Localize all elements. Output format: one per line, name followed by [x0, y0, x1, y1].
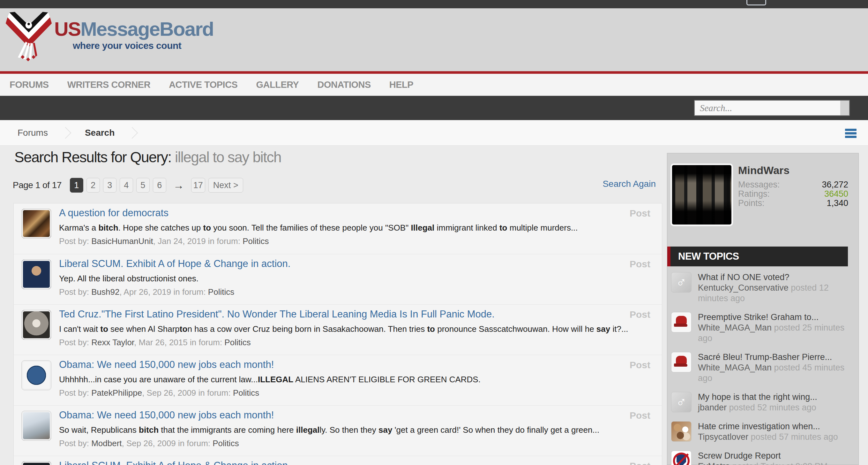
result-author: Modbert [91, 438, 122, 448]
post-by-label: Post by: [59, 287, 91, 297]
eagle-logo-icon[interactable] [4, 10, 53, 65]
page-button-2[interactable]: 2 [87, 178, 100, 193]
avatar-maga-hat-icon[interactable] [671, 352, 691, 372]
avatar-dogs-photo[interactable] [671, 421, 691, 442]
profile-name[interactable]: MindWars [738, 164, 789, 177]
stat-points: Points: 1,340 [738, 199, 848, 208]
result-title-link[interactable]: Ted Cruz."The First Latino President". N… [59, 309, 646, 320]
page-button-5[interactable]: 5 [136, 178, 150, 193]
result-title-link[interactable]: A question for democrats [59, 207, 646, 219]
topic-title-link[interactable]: What if NO ONE voted? [698, 272, 856, 283]
ellipsis-arrow-icon: → [173, 179, 184, 192]
breadcrumb-bar: Forums Search [0, 120, 868, 146]
search-result-row: Obama: We need 150,000 new jobs each mon… [14, 405, 662, 456]
topic-item: Hate crime investigation when... Tipsyca… [671, 421, 856, 442]
search-result-row: Liberal SCUM. Exhibit A of Hope & Change… [14, 254, 662, 304]
topic-time: posted 57 minutes ago [751, 432, 838, 442]
search-input[interactable] [695, 100, 840, 115]
topic-item: Screw Drudge Report EvMetro posted Today… [671, 451, 856, 465]
page-button-17[interactable]: 17 [191, 178, 205, 193]
nav-item-active-topics[interactable]: ACTIVE TOPICS [169, 80, 238, 90]
logo-messageboard-text: MessageBoard [81, 18, 214, 40]
nav-item-forums[interactable]: FORUMS [9, 80, 49, 90]
pagination: Page 1 of 17 1 2 3 4 5 6 → 17 Next > [13, 178, 243, 193]
menu-icon[interactable] [845, 129, 857, 139]
topic-item: ♂ What if NO ONE voted? Kentucky_Conserv… [671, 272, 856, 304]
avatar-nfl-ban-icon[interactable] [671, 451, 691, 465]
search-result-row: Obama: We need 150,000 new jobs each mon… [14, 355, 662, 405]
nav-item-writers-corner[interactable]: WRITERS CORNER [67, 80, 150, 90]
post-by-label: Post by: [59, 236, 91, 246]
site-logo[interactable]: USMessageBoard where your voices count [54, 19, 214, 51]
result-forum-link[interactable]: Politics [213, 438, 239, 448]
male-symbol-glyph: ♂ [672, 392, 691, 412]
nav-item-gallery[interactable]: GALLERY [256, 80, 299, 90]
main-nav: FORUMS WRITERS CORNER ACTIVE TOPICS GALL… [0, 74, 868, 96]
search-again-link[interactable]: Search Again [602, 179, 656, 189]
search-results-panel: A question for democrats Karma's a bitch… [13, 203, 662, 465]
result-meta: Post by: Modbert, Sep 26, 2009 in forum:… [59, 438, 646, 448]
result-snippet: Yep. All the liberal obstructionist ones… [59, 274, 646, 284]
topic-title-link[interactable]: Screw Drudge Report [698, 451, 856, 461]
result-avatar[interactable] [21, 208, 51, 238]
topic-time: posted 52 minutes ago [729, 403, 816, 412]
mindwars-avatar[interactable] [671, 164, 733, 226]
search-result-row: Ted Cruz."The First Latino President". N… [14, 304, 662, 355]
topic-title-link[interactable]: My hope is that the right wing... [698, 392, 856, 402]
result-forum-link[interactable]: Politics [233, 388, 259, 398]
result-forum-link[interactable]: Politics [208, 287, 234, 297]
sidebar: MindWars Messages: 36,272 Ratings: 36450… [667, 153, 859, 465]
topic-title-link[interactable]: Hate crime investigation when... [698, 421, 856, 432]
result-meta: Post by: Rexx Taylor, Mar 26, 2015 in fo… [59, 338, 646, 347]
result-meta: Post by: BasicHumanUnit, Jan 24, 2019 in… [59, 236, 646, 246]
result-date-forum-label: , Jan 24, 2019 in forum: [153, 236, 243, 246]
next-page-button[interactable]: Next > [208, 178, 243, 193]
search-submit-button[interactable] [840, 100, 849, 115]
topic-author: EvMetro [698, 462, 730, 465]
result-author: PatekPhilippe [91, 388, 142, 398]
result-forum-link[interactable]: Politics [224, 338, 250, 347]
breadcrumb: Forums Search [0, 120, 868, 145]
avatar-maga-hat-icon[interactable] [671, 312, 691, 332]
post-type-badge: Post [630, 461, 650, 465]
page-button-4[interactable]: 4 [120, 178, 133, 193]
stat-ratings: Ratings: 36450 [738, 190, 848, 199]
result-author: Rexx Taylor [91, 338, 134, 347]
topic-title-link[interactable]: Sacré Bleu! Trump-Basher Pierre... [698, 352, 856, 362]
nav-item-donations[interactable]: DONATIONS [317, 80, 371, 90]
top-bar [0, 0, 868, 8]
search-result-row: A question for democrats Karma's a bitch… [14, 203, 662, 254]
new-topics-list: ♂ What if NO ONE voted? Kentucky_Conserv… [671, 272, 856, 465]
result-title-link[interactable]: Liberal SCUM. Exhibit A of Hope & Change… [59, 460, 646, 465]
search-bar-strip [0, 96, 868, 120]
result-avatar[interactable] [21, 310, 51, 340]
avatar-male-symbol-icon[interactable]: ♂ [671, 392, 691, 412]
result-title-link[interactable]: Liberal SCUM. Exhibit A of Hope & Change… [59, 258, 646, 269]
topic-time: posted Today at 9:08 PM [733, 462, 828, 465]
topic-title-link[interactable]: Preemptive Strike! Graham to... [698, 312, 856, 323]
result-avatar[interactable] [21, 259, 51, 289]
result-title-link[interactable]: Obama: We need 150,000 new jobs each mon… [59, 409, 646, 421]
page-button-6[interactable]: 6 [153, 178, 166, 193]
page-button-1[interactable]: 1 [70, 178, 83, 193]
page-button-3[interactable]: 3 [103, 178, 117, 193]
stat-label: Points: [738, 199, 765, 208]
search-box [695, 100, 849, 115]
logo-us-text: US [54, 18, 81, 40]
result-title-link[interactable]: Obama: We need 150,000 new jobs each mon… [59, 359, 646, 371]
result-avatar[interactable] [21, 461, 51, 465]
breadcrumb-forums[interactable]: Forums [18, 128, 48, 138]
post-type-badge: Post [630, 410, 650, 421]
topic-item: Preemptive Strike! Graham to... White_MA… [671, 312, 856, 344]
result-snippet: Uhhhhh...in case you are unaware of the … [59, 375, 646, 384]
page-title: Search Results for Query: illegal to say… [14, 148, 281, 166]
result-forum-link[interactable]: Politics [243, 236, 269, 246]
result-avatar[interactable] [21, 411, 51, 441]
page-title-prefix: Search Results for Query: [14, 149, 172, 166]
stat-value: 36450 [824, 190, 848, 199]
avatar-male-symbol-icon[interactable]: ♂ [671, 272, 691, 293]
result-author: Bush92 [91, 287, 119, 297]
result-avatar[interactable] [21, 360, 51, 390]
male-symbol-glyph: ♂ [672, 272, 691, 292]
nav-item-help[interactable]: HELP [389, 80, 413, 90]
